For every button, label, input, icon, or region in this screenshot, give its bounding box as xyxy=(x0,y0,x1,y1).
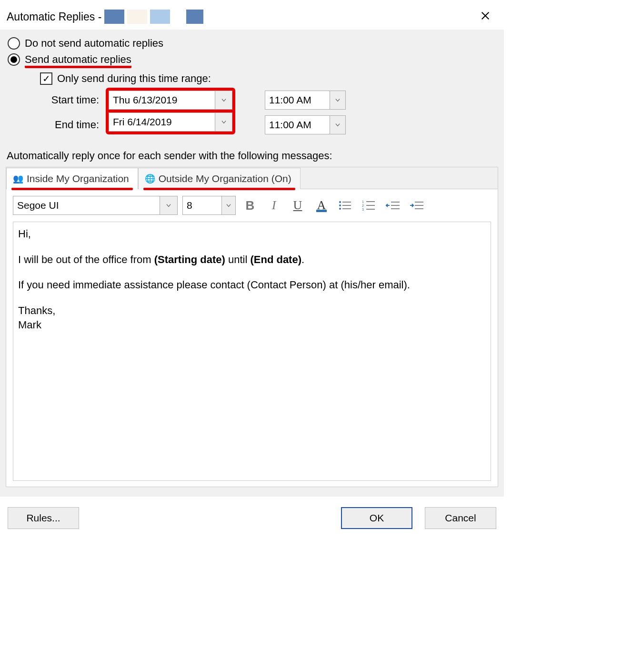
svg-point-4 xyxy=(339,208,341,210)
italic-button[interactable]: I xyxy=(264,196,283,215)
start-time-dropdown-button[interactable] xyxy=(330,91,345,109)
svg-rect-13 xyxy=(391,205,400,206)
svg-rect-14 xyxy=(391,208,400,209)
start-time-combo[interactable] xyxy=(265,91,346,110)
chevron-down-icon xyxy=(334,122,341,128)
radio-icon-selected xyxy=(8,53,20,66)
title-color-1 xyxy=(104,10,124,24)
svg-rect-7 xyxy=(366,201,375,202)
tab-inside-label: Inside My Organization xyxy=(27,173,129,184)
annotation-underline xyxy=(11,188,133,190)
tab-outside-organization[interactable]: 🌐 Outside My Organization (On) xyxy=(138,168,301,189)
checkbox-icon: ✓ xyxy=(40,72,52,85)
font-size-input[interactable] xyxy=(183,196,221,214)
window-title: Automatic Replies - xyxy=(7,10,101,23)
date-range-highlight xyxy=(106,88,235,134)
font-color-button[interactable]: A xyxy=(312,196,331,215)
end-date-input[interactable] xyxy=(109,113,215,131)
message-editor[interactable]: Hi, I will be out of the office from (St… xyxy=(13,222,491,481)
checkbox-time-range[interactable]: ✓ Only send during this time range: xyxy=(40,72,498,85)
chevron-down-icon xyxy=(225,202,232,209)
svg-text:2: 2 xyxy=(362,204,364,207)
bold-button[interactable]: B xyxy=(241,196,260,215)
title-color-4 xyxy=(186,10,203,24)
svg-rect-9 xyxy=(366,205,375,206)
chevron-down-icon xyxy=(334,97,341,103)
font-size-combo[interactable] xyxy=(182,196,236,215)
radio-send[interactable]: Send automatic replies xyxy=(8,53,498,66)
start-date-dropdown-button[interactable] xyxy=(215,91,232,109)
title-color-3 xyxy=(150,10,170,24)
end-time-dropdown-button[interactable] xyxy=(330,116,345,134)
font-name-combo[interactable] xyxy=(13,196,178,215)
svg-point-0 xyxy=(339,201,341,203)
rules-button[interactable]: Rules... xyxy=(8,507,79,529)
editor-line: Thanks, xyxy=(18,304,486,318)
svg-rect-15 xyxy=(415,202,423,203)
start-time-label: Start time: xyxy=(40,94,106,106)
chevron-down-icon xyxy=(221,97,227,103)
svg-point-2 xyxy=(339,204,341,206)
underline-button[interactable]: U xyxy=(288,196,307,215)
globe-icon: 🌐 xyxy=(145,174,155,183)
svg-rect-5 xyxy=(342,208,351,209)
font-name-dropdown-button[interactable] xyxy=(160,196,177,214)
radio-icon xyxy=(8,37,20,50)
radio-send-label: Send automatic replies xyxy=(25,53,131,66)
start-date-combo[interactable] xyxy=(109,91,232,110)
start-time-input[interactable] xyxy=(265,91,330,109)
ok-button[interactable]: OK xyxy=(341,507,412,529)
radio-do-not-send[interactable]: Do not send automatic replies xyxy=(8,37,498,50)
end-date-dropdown-button[interactable] xyxy=(215,113,232,131)
end-time-combo[interactable] xyxy=(265,115,346,134)
svg-rect-17 xyxy=(415,208,423,209)
instruction-text: Automatically reply once for each sender… xyxy=(7,150,498,162)
titlebar: Automatic Replies - xyxy=(0,0,504,30)
svg-text:3: 3 xyxy=(362,208,364,211)
checkbox-time-range-label: Only send during this time range: xyxy=(57,72,211,85)
start-date-input[interactable] xyxy=(109,91,215,109)
svg-rect-16 xyxy=(415,205,423,206)
end-date-combo[interactable] xyxy=(109,112,232,132)
svg-rect-3 xyxy=(342,205,351,206)
bullet-list-button[interactable] xyxy=(336,196,355,215)
font-name-input[interactable] xyxy=(13,196,160,214)
tab-inside-organization[interactable]: 👥 Inside My Organization xyxy=(6,168,138,189)
editor-line: If you need immediate assistance please … xyxy=(18,278,486,292)
editor-line: Hi, xyxy=(18,227,486,241)
chevron-down-icon xyxy=(221,119,227,125)
editor-line: I will be out of the office from (Starti… xyxy=(18,253,486,267)
svg-rect-12 xyxy=(391,202,400,203)
decrease-indent-button[interactable] xyxy=(383,196,402,215)
tab-outside-label: Outside My Organization (On) xyxy=(159,173,291,184)
svg-rect-11 xyxy=(366,209,375,210)
annotation-underline xyxy=(143,188,295,190)
people-icon: 👥 xyxy=(13,174,23,183)
chevron-down-icon xyxy=(165,202,172,209)
formatting-toolbar: B I U A 1 2 xyxy=(13,196,491,215)
end-time-input[interactable] xyxy=(265,116,330,134)
end-time-label: End time: xyxy=(40,119,106,131)
svg-rect-1 xyxy=(342,202,351,203)
editor-line: Mark xyxy=(18,318,486,332)
close-button[interactable] xyxy=(476,9,494,25)
font-size-dropdown-button[interactable] xyxy=(221,196,235,214)
title-color-2 xyxy=(127,10,147,24)
radio-do-not-send-label: Do not send automatic replies xyxy=(25,37,163,50)
numbered-list-button[interactable]: 1 2 3 xyxy=(360,196,379,215)
increase-indent-button[interactable] xyxy=(407,196,426,215)
cancel-button[interactable]: Cancel xyxy=(425,507,496,529)
svg-text:1: 1 xyxy=(362,200,364,204)
